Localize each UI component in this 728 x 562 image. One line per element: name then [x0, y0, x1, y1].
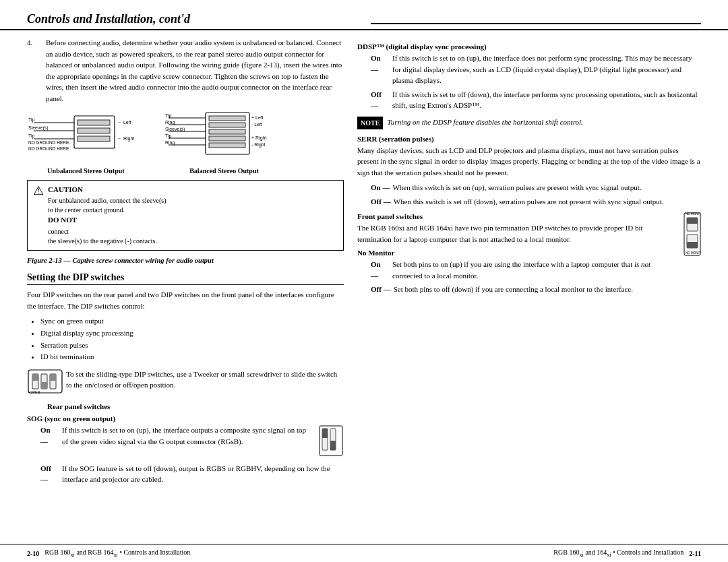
- sog-on-text: If this switch is set to on (up), the in…: [62, 426, 306, 445]
- svg-text:NO GROUND HERE.: NO GROUND HERE.: [28, 140, 70, 145]
- svg-text:Tip: Tip: [28, 133, 35, 139]
- svg-rect-15: [209, 116, 245, 121]
- rear-panel-heading: Rear panel switches: [47, 402, 344, 410]
- caution-box: ⚠ CAUTION For unbalanced audio, connect …: [27, 180, 344, 251]
- front-panel-body: The RGB 160xi and RGB 164xi have two pin…: [357, 222, 701, 245]
- svg-rect-1: [78, 120, 110, 125]
- svg-rect-50: [687, 218, 698, 224]
- svg-text:- Right: - Right: [251, 142, 266, 148]
- footer-left-page: 2-10: [27, 550, 39, 557]
- balanced-figure: Tip Ring Sleeve(s) Tip Ring + Left - Lef…: [165, 109, 283, 175]
- svg-text:Ring: Ring: [165, 140, 175, 146]
- section-heading-dip: Setting the DIP switches: [27, 272, 344, 285]
- dip-bullet-list: Sync on green output Digital display syn…: [40, 315, 344, 363]
- footer-left: 2-10 RGB 160xi and RGB 164xi • Controls …: [27, 549, 190, 558]
- front-panel-heading: Front panel switches: [357, 212, 701, 220]
- right-column: DDSP™ (digital display sync processing) …: [357, 37, 701, 538]
- svg-text:- Left: - Left: [251, 122, 262, 127]
- balanced-label: Balanced Stereo Output: [165, 167, 283, 175]
- svg-rect-19: [209, 143, 245, 148]
- footer-right: RGB 160xi and 164xi • Controls and Insta…: [553, 549, 701, 558]
- sog-off-text: If the SOG feature is set to off (down),…: [62, 463, 344, 485]
- svg-rect-16: [209, 123, 245, 127]
- page: Controls and Installation, cont'd 4. Bef…: [0, 0, 728, 562]
- ddsp-off-text: If this switch is set to off (down), the…: [392, 89, 701, 111]
- dip-switch-svg: OPEN: [27, 369, 64, 394]
- svg-text:OPEN: OPEN: [30, 390, 40, 394]
- page-header: Controls and Installation, cont'd: [0, 0, 728, 30]
- ddsp-heading: DDSP™ (digital display sync processing): [357, 42, 701, 51]
- footer-left-text: RGB 160xi and RGB 164xi • Controls and I…: [44, 549, 190, 558]
- bullet-item-4: ID bit termination: [40, 351, 344, 363]
- serr-body: Many display devices, such as LCD and DL…: [357, 145, 701, 179]
- svg-text:Ring: Ring: [165, 120, 175, 125]
- sog-on-content: If this switch is set to on (up), the in…: [62, 425, 313, 460]
- dip-note: OPEN To set the sliding-type DIP switche…: [27, 369, 344, 398]
- sog-off-label: Off —: [40, 463, 59, 485]
- wiring-figures: Tip Sleeve(s) Tip NO GROUND HERE. NO GRO…: [27, 109, 344, 175]
- caution-title: CAUTION: [48, 185, 166, 195]
- no-monitor-off-text: Set both pins to off (down) if you are c…: [394, 284, 633, 295]
- ddsp-on-text: If this switch is set to on (up), the in…: [392, 53, 701, 86]
- svg-rect-45: [322, 429, 328, 438]
- svg-text:Sleeve(s): Sleeve(s): [165, 127, 185, 132]
- front-panel-dip-image: NO MONITOR NO MONITOR: [684, 212, 701, 257]
- caution-icon: ⚠: [33, 185, 44, 246]
- svg-rect-3: [78, 136, 110, 142]
- bullet-item-3: Serration pulses: [40, 340, 344, 352]
- svg-rect-40: [50, 374, 56, 381]
- sog-off-item: Off — If the SOG feature is set to off (…: [27, 463, 344, 485]
- dip-switch-icon: OPEN: [27, 369, 61, 398]
- svg-text:Sleeve(s): Sleeve(s): [28, 125, 49, 131]
- note-text: Turning on the DDSP feature disables the…: [387, 117, 701, 128]
- serr-off-text: When this switch is set off (down), serr…: [394, 196, 664, 208]
- svg-rect-2: [78, 128, 110, 133]
- fig-caption: Figure 2-13 — Captive screw connector wi…: [27, 256, 344, 266]
- serr-on-label: On —: [371, 182, 390, 193]
- page-title: Controls and Installation, cont'd: [27, 12, 190, 26]
- bullet-item-2: Digital display sync processing: [40, 327, 344, 340]
- footer-right-text: RGB 160xi and 164xi • Controls and Insta…: [553, 549, 684, 558]
- serr-on-text: When this switch is set on (up), serrati…: [392, 182, 641, 193]
- ddsp-off-label: Off —: [371, 89, 390, 111]
- footer-right-page: 2-11: [689, 550, 701, 557]
- no-monitor-heading: No Monitor: [357, 249, 701, 257]
- caution-text: CAUTION For unbalanced audio, connect th…: [48, 185, 166, 246]
- no-monitor-on-label: On —: [371, 259, 390, 281]
- no-monitor-on-item: On — Set both pins to on (up) if you are…: [357, 259, 678, 281]
- caution-line1: For unbalanced audio, connect the sleeve…: [48, 197, 166, 244]
- item-number: 4.: [27, 37, 40, 104]
- unbalanced-label: Unbalanced Stereo Output: [27, 167, 145, 175]
- item-4-text: Before connecting audio, determine wheth…: [46, 37, 344, 104]
- no-monitor-on-text: Set both pins to on (up) if you are usin…: [392, 259, 678, 281]
- unbalanced-wiring-svg: Tip Sleeve(s) Tip NO GROUND HERE. NO GRO…: [27, 109, 145, 163]
- page-footer: 2-10 RGB 160xi and RGB 164xi • Controls …: [0, 544, 728, 562]
- front-dip-svg: NO MONITOR NO MONITOR: [684, 212, 701, 256]
- svg-text:NO MONITOR: NO MONITOR: [686, 212, 701, 216]
- note-badge: NOTE: [357, 117, 383, 129]
- sog-dip-svg: [318, 425, 344, 457]
- no-monitor-off-label: Off —: [371, 284, 391, 295]
- unbalanced-figure: Tip Sleeve(s) Tip NO GROUND HERE. NO GRO…: [27, 109, 145, 175]
- sog-on-item: On — If this switch is set to on (up), t…: [27, 425, 344, 460]
- svg-rect-38: [32, 374, 38, 381]
- ddsp-on-item: On — If this switch is set to on (up), t…: [357, 53, 701, 86]
- svg-rect-39: [41, 382, 47, 389]
- svg-text:Tip: Tip: [28, 117, 35, 123]
- dip-note-text: To set the sliding-type DIP switches, us…: [66, 369, 344, 391]
- svg-text:← Left: ← Left: [117, 120, 131, 125]
- balanced-wiring-svg: Tip Ring Sleeve(s) Tip Ring + Left - Lef…: [165, 109, 283, 163]
- no-monitor-off-item: Off — Set both pins to off (down) if you…: [357, 284, 701, 295]
- svg-text:+ Right: + Right: [251, 135, 266, 141]
- left-column: 4. Before connecting audio, determine wh…: [27, 37, 344, 538]
- ddsp-on-label: On —: [371, 53, 390, 86]
- serr-on-item: On — When this switch is set on (up), se…: [357, 182, 701, 193]
- svg-text:+ Left: + Left: [251, 115, 264, 120]
- numbered-item-4: 4. Before connecting audio, determine wh…: [27, 37, 344, 104]
- front-panel-section: NO MONITOR NO MONITOR Front panel switch…: [357, 212, 701, 245]
- svg-text:Tip: Tip: [165, 133, 172, 139]
- note-box: NOTE Turning on the DDSP feature disable…: [357, 117, 701, 129]
- svg-rect-18: [209, 136, 245, 141]
- svg-text:← Right: ← Right: [117, 136, 134, 142]
- content-area: 4. Before connecting audio, determine wh…: [0, 37, 728, 538]
